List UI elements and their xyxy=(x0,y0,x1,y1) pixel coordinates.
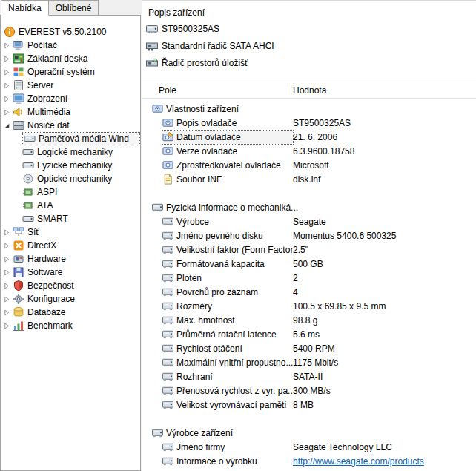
tree-item-zakladni-deska[interactable]: Základní deska xyxy=(1,52,140,65)
table-row[interactable]: Popis ovladače ST9500325AS xyxy=(142,116,476,130)
table-row[interactable]: Maximální vnitřní propustno... 1175 Mbit… xyxy=(142,355,476,369)
tree-item-label: Základní deska xyxy=(27,53,87,64)
expand-collapsed-icon[interactable] xyxy=(3,55,11,63)
tree-item-logicke-mechaniky[interactable]: Logické mechaniky xyxy=(1,145,140,159)
tree-item-label: Benchmark xyxy=(27,320,73,331)
field-label: Průměrná rotační latence xyxy=(176,329,277,340)
table-row[interactable]: Rozměry 100.5 x 69.85 x 9.5 mm xyxy=(142,299,476,313)
hard-disk-icon xyxy=(162,258,173,269)
table-row[interactable]: Výrobce Seagate xyxy=(142,214,476,228)
table-row[interactable]: Přenosová rychlost z vyr. pa... 300 MB/s xyxy=(142,383,476,398)
selected-tree-item-box: Paměťová média Wind xyxy=(22,132,140,145)
table-row[interactable]: Jméno pevného disku Momentus 5400.6 5003… xyxy=(142,228,476,243)
expand-collapsed-icon[interactable] xyxy=(3,228,11,237)
column-header-field[interactable]: Pole xyxy=(142,85,176,96)
field-value: 500 GB xyxy=(293,259,476,269)
tree-item-hardware[interactable]: Hardware xyxy=(1,252,140,266)
tree-item-directx[interactable]: DirectX xyxy=(1,239,140,252)
table-row[interactable]: Jméno firmy Seagate Technology LLC xyxy=(142,440,476,454)
field-value: Seagate xyxy=(293,217,476,227)
table-row[interactable]: Zprostředkovatel ovladače Microsoft xyxy=(142,158,476,172)
tree-item-pocitac[interactable]: Počítač xyxy=(1,39,140,52)
tree-item-aspi[interactable]: ASPI xyxy=(1,185,140,199)
field-value: 21. 6. 2006 xyxy=(293,132,476,142)
detail-panel: Popis zařízení ST9500325AS Standardní řa… xyxy=(142,0,476,471)
table-row[interactable]: Soubor INF disk.inf xyxy=(142,172,476,186)
field-value: 100.5 x 69.85 x 9.5 mm xyxy=(293,301,476,312)
network-icon xyxy=(13,226,24,238)
driver-edit-icon xyxy=(162,131,173,142)
tree-item-software[interactable]: Software xyxy=(1,266,140,279)
tree-item-label: Multimédia xyxy=(27,107,70,117)
expand-collapsed-icon[interactable] xyxy=(3,42,11,50)
table-row[interactable]: Velikost vyrovnávací paměti 8 MB xyxy=(142,398,476,412)
tree-item-fyzicke-mechaniky[interactable]: Fyzické mechaniky xyxy=(1,159,140,172)
table-row[interactable]: Povrchů pro záznam 4 xyxy=(142,285,476,299)
device-item[interactable]: Řadič prostorů úložišť xyxy=(142,54,476,71)
tree-item-opticke-mechaniky[interactable]: Optické mechaniky xyxy=(1,172,140,185)
tab-favorites[interactable]: Oblíbené xyxy=(48,0,99,16)
table-row[interactable]: Rychlost otáčení 5400 RPM xyxy=(142,341,476,355)
field-value: 98.8 g xyxy=(293,315,476,326)
table-row[interactable]: Max. hmotnost 98.8 g xyxy=(142,313,476,327)
tree-item-bezpecnost[interactable]: Bezpečnost xyxy=(1,279,140,292)
tree-item-nosice-dat[interactable]: Nosiče dat xyxy=(1,119,140,132)
tree-item-benchmark[interactable]: Benchmark xyxy=(1,319,140,332)
table-row[interactable]: Formátovaná kapacita 500 GB xyxy=(142,257,476,271)
tree-item-label: Hardware xyxy=(27,254,66,264)
tab-menu[interactable]: Nabídka xyxy=(1,0,49,16)
tree-item-konfigurace[interactable]: Konfigurace xyxy=(1,292,140,306)
table-section-header: Fyzická informace o mechaniká... xyxy=(142,200,476,214)
driver-icon xyxy=(162,117,173,128)
table-row[interactable]: Rozhraní SATA-II xyxy=(142,369,476,383)
hard-disk-icon xyxy=(162,385,173,396)
tree-item-pametova-media[interactable]: Paměťová média Wind xyxy=(1,132,140,145)
section-spacer xyxy=(142,186,476,200)
field-label: Ploten xyxy=(176,273,202,283)
field-value: disk.inf xyxy=(293,174,476,185)
aspi-icon xyxy=(22,186,34,198)
table-row[interactable]: Informace o výrobku http://www.seagate.c… xyxy=(142,454,476,468)
controller-icon xyxy=(146,40,158,52)
device-item[interactable]: ST9500325AS xyxy=(142,20,476,37)
table-row-selected[interactable]: Datum ovladače 21. 6. 2006 xyxy=(142,130,476,144)
expand-collapsed-icon[interactable] xyxy=(3,282,11,290)
table-row[interactable]: Velikostní faktor (Form Factor) 2.5" xyxy=(142,243,476,257)
server-icon xyxy=(13,79,24,91)
expand-collapsed-icon[interactable] xyxy=(3,255,11,263)
table-row[interactable]: Verze ovladače 6.3.9600.18758 xyxy=(142,144,476,158)
expand-collapsed-icon[interactable] xyxy=(3,108,11,116)
tree-item-multimedia[interactable]: Multimédia xyxy=(1,105,140,119)
field-label: Zprostředkovatel ovladače xyxy=(176,160,281,171)
expand-collapsed-icon[interactable] xyxy=(3,242,11,250)
tree-item-everest[interactable]: EVEREST v5.50.2100 xyxy=(1,25,140,39)
table-row[interactable]: Průměrná rotační latence 5.6 ms xyxy=(142,327,476,341)
column-separator[interactable] xyxy=(288,85,288,95)
tree-item-databaze[interactable]: Databáze xyxy=(1,306,140,319)
product-info-link[interactable]: http://www.seagate.com/products xyxy=(293,456,424,467)
expand-collapsed-icon[interactable] xyxy=(3,322,11,330)
field-label: Velikost vyrovnávací paměti xyxy=(176,400,286,410)
tree-item-smart[interactable]: SMART xyxy=(1,212,140,225)
expand-collapsed-icon[interactable] xyxy=(3,82,11,90)
table-row[interactable]: Ploten 2 xyxy=(142,271,476,285)
driver-icon xyxy=(152,103,163,114)
field-label: Velikostní faktor (Form Factor) xyxy=(176,245,293,255)
tree-item-ata[interactable]: ATA xyxy=(1,199,140,212)
tree-item-zobrazeni[interactable]: Zobrazení xyxy=(1,92,140,105)
tree-item-server[interactable]: Server xyxy=(1,79,140,92)
field-label: Výrobce xyxy=(176,217,209,227)
nav-tabs: Nabídka Oblíbené xyxy=(1,0,99,16)
column-header-value[interactable]: Hodnota xyxy=(293,85,326,96)
expand-collapsed-icon[interactable] xyxy=(3,269,11,277)
tree-item-operacni-system[interactable]: Operační systém xyxy=(1,65,140,79)
device-item[interactable]: Standardní řadič SATA AHCI xyxy=(142,37,476,54)
expand-collapsed-icon[interactable] xyxy=(3,309,11,317)
tree-item-sit[interactable]: Síť xyxy=(1,225,140,239)
property-table: Vlastnosti zařízení Popis ovladače ST950… xyxy=(142,99,476,468)
expand-expanded-icon[interactable] xyxy=(3,122,11,130)
storage-icon xyxy=(13,119,24,131)
expand-collapsed-icon[interactable] xyxy=(3,95,11,103)
expand-collapsed-icon[interactable] xyxy=(3,68,11,76)
expand-collapsed-icon[interactable] xyxy=(3,295,11,303)
